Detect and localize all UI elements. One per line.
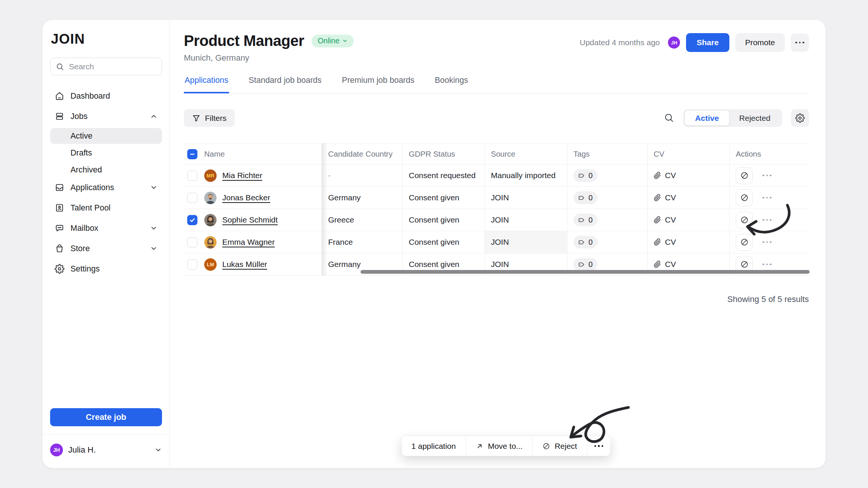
- slash-circle-icon: [740, 171, 749, 180]
- app-window: JOIN Search Dashboard Jobs Active Drafts…: [43, 20, 825, 468]
- search-input[interactable]: Search: [50, 58, 162, 75]
- column-header-cv[interactable]: CV: [647, 144, 729, 164]
- toggle-rejected[interactable]: Rejected: [729, 111, 781, 125]
- sidebar-item-drafts[interactable]: Drafts: [50, 145, 162, 161]
- user-menu[interactable]: JH Julia H.: [50, 441, 162, 459]
- chevron-down-icon: [154, 446, 162, 454]
- create-job-button[interactable]: Create job: [50, 408, 162, 426]
- candidate-name-link[interactable]: Jonas Becker: [222, 193, 270, 202]
- row-more-icon[interactable]: [763, 175, 772, 177]
- row-checkbox[interactable]: [187, 171, 197, 181]
- main-content: Product Manager Online Munich, Germany U…: [170, 20, 825, 468]
- bulk-action-bar: 1 application Move to... Reject: [402, 436, 610, 456]
- sidebar-item-talent-pool[interactable]: Talent Pool: [50, 199, 162, 217]
- job-status-badge[interactable]: Online: [312, 35, 354, 47]
- row-reject-button[interactable]: [736, 189, 753, 206]
- row-reject-button[interactable]: [736, 167, 753, 184]
- rows-icon: [55, 111, 64, 121]
- table-row: Sophie Schmidt Greece Consent given JOIN…: [184, 209, 808, 231]
- row-checkbox[interactable]: [187, 215, 197, 225]
- share-button[interactable]: Share: [686, 33, 729, 52]
- row-more-icon[interactable]: [763, 197, 772, 199]
- header-more-button[interactable]: [791, 34, 809, 52]
- toggle-active[interactable]: Active: [685, 111, 729, 125]
- user-name: Julia H.: [68, 445, 96, 455]
- gdpr-status-cell: Consent requested: [402, 165, 484, 186]
- applications-toolbar: Filters ActiveRejected: [184, 109, 809, 127]
- sidebar-item-store[interactable]: Store: [50, 240, 162, 257]
- row-reject-button[interactable]: [736, 234, 753, 251]
- page-title: Product Manager: [184, 32, 304, 49]
- filters-button[interactable]: Filters: [184, 109, 235, 127]
- chat-icon: [55, 223, 64, 233]
- tags-pill[interactable]: 0: [573, 214, 598, 226]
- promote-button[interactable]: Promote: [735, 33, 785, 52]
- row-checkbox[interactable]: [187, 237, 197, 247]
- candidate-name-link[interactable]: Sophie Schmidt: [222, 215, 278, 224]
- sidebar-item-jobs[interactable]: Jobs: [50, 108, 162, 125]
- table-body: MR Mia Richter - Consent requested Manua…: [184, 165, 808, 276]
- cv-link[interactable]: CV: [654, 238, 676, 247]
- candidate-name-link[interactable]: Lukas Müller: [222, 260, 267, 269]
- move-to-button[interactable]: Move to...: [466, 436, 532, 456]
- row-more-icon[interactable]: [763, 219, 772, 221]
- sidebar-item-active[interactable]: Active: [50, 128, 162, 144]
- tab-standard-job-boards[interactable]: Standard job boards: [248, 74, 322, 93]
- column-header-gdpr[interactable]: GDPR Status: [402, 144, 484, 164]
- row-checkbox[interactable]: [187, 193, 197, 203]
- column-header-tags[interactable]: Tags: [567, 144, 647, 164]
- tag-icon: [578, 217, 585, 224]
- gear-icon: [795, 113, 805, 123]
- job-location: Munich, Germany: [184, 53, 354, 63]
- horizontal-scrollbar[interactable]: [361, 270, 810, 274]
- chevron-down-icon: [342, 38, 348, 44]
- tags-pill[interactable]: 0: [573, 191, 598, 204]
- cv-link[interactable]: CV: [654, 215, 676, 224]
- active-rejected-toggle: ActiveRejected: [683, 109, 782, 127]
- sidebar-item-mailbox[interactable]: Mailbox: [50, 220, 162, 237]
- cv-link[interactable]: CV: [654, 260, 676, 269]
- select-all-checkbox[interactable]: [187, 149, 197, 159]
- slash-circle-icon: [542, 442, 550, 450]
- column-header-source[interactable]: Source: [484, 144, 567, 164]
- source-cell: Manually imported: [484, 165, 567, 186]
- column-header-actions[interactable]: Actions: [729, 144, 808, 164]
- arrow-up-right-icon: [476, 442, 483, 450]
- tab-applications[interactable]: Applications: [184, 74, 229, 93]
- paperclip-icon: [654, 194, 661, 201]
- tags-pill[interactable]: 0: [573, 169, 598, 182]
- join-logo: JOIN: [51, 31, 162, 47]
- gdpr-status-cell: Consent given: [402, 209, 484, 231]
- tags-pill[interactable]: 0: [573, 236, 598, 249]
- table-search-button[interactable]: [663, 113, 674, 124]
- row-reject-button[interactable]: [736, 212, 753, 229]
- sidebar-item-settings[interactable]: Settings: [50, 260, 162, 278]
- sidebar-item-archived[interactable]: Archived: [50, 162, 162, 178]
- cv-link[interactable]: CV: [654, 193, 676, 202]
- check-icon: [189, 217, 196, 224]
- candidate-avatar: MR: [204, 169, 217, 182]
- job-header: Product Manager Online Munich, Germany U…: [184, 32, 809, 63]
- paperclip-icon: [654, 261, 661, 268]
- candidate-avatar: LM: [204, 258, 217, 271]
- sidebar-item-dashboard[interactable]: Dashboard: [50, 87, 162, 105]
- row-checkbox[interactable]: [187, 259, 197, 270]
- user-avatar: JH: [50, 444, 63, 456]
- paperclip-icon: [654, 216, 661, 224]
- tab-premium-job-boards[interactable]: Premium job boards: [341, 74, 415, 93]
- bulk-more-button[interactable]: [587, 436, 611, 456]
- row-more-icon[interactable]: [763, 264, 772, 265]
- table-row: Emma Wagner France Consent given JOIN 0 …: [184, 231, 808, 253]
- reject-button[interactable]: Reject: [532, 436, 587, 456]
- tab-bookings[interactable]: Bookings: [434, 74, 469, 93]
- column-header-country[interactable]: Candidate Country: [322, 144, 402, 164]
- row-more-icon[interactable]: [763, 241, 772, 243]
- sidebar-spacer: [50, 281, 162, 408]
- tags-pill[interactable]: 0: [573, 258, 598, 271]
- candidate-name-link[interactable]: Emma Wagner: [222, 238, 275, 247]
- table-settings-button[interactable]: [791, 109, 809, 127]
- candidate-name-link[interactable]: Mia Richter: [222, 171, 262, 180]
- cv-link[interactable]: CV: [654, 171, 676, 180]
- column-header-name[interactable]: Name: [200, 144, 322, 164]
- sidebar-item-applications[interactable]: Applications: [50, 179, 162, 196]
